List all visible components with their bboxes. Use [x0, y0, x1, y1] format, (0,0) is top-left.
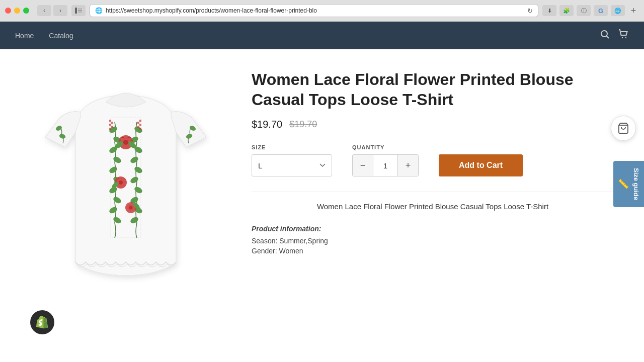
- nav-catalog-link[interactable]: Catalog: [49, 32, 73, 40]
- svg-rect-46: [109, 120, 111, 122]
- svg-point-31: [123, 140, 128, 145]
- browser-chrome: ‹ › 🌐 https://sweetshop.myshopify.com/pr…: [0, 0, 644, 22]
- nav-home-link[interactable]: Home: [15, 32, 34, 40]
- minimize-window-button[interactable]: [14, 8, 20, 14]
- product-details: Women Lace Floral Flower Printed Blouse …: [252, 64, 614, 348]
- size-option-group: SIZE L XS S M XL XXL: [252, 144, 332, 176]
- svg-rect-2: [78, 10, 82, 11]
- traffic-lights: [5, 8, 29, 14]
- svg-point-4: [601, 31, 607, 37]
- product-title: Women Lace Floral Flower Printed Blouse …: [252, 69, 614, 110]
- info-button[interactable]: ⓘ: [577, 5, 591, 16]
- add-to-cart-button[interactable]: Add to Cart: [439, 154, 523, 176]
- close-window-button[interactable]: [5, 8, 11, 14]
- extensions-button[interactable]: 🧩: [559, 5, 574, 16]
- current-price: $19.70: [252, 119, 282, 130]
- product-description: Women Lace Floral Flower Printed Blouse …: [252, 192, 614, 255]
- extension-1-button[interactable]: G: [594, 5, 608, 16]
- svg-rect-0: [75, 8, 77, 14]
- size-guide-tab[interactable]: Size guide 📏: [613, 161, 644, 207]
- season-info: Season: Summer,Spring: [252, 237, 614, 245]
- ruler-icon: 📏: [617, 178, 628, 190]
- extension-2-button[interactable]: 🌐: [611, 5, 625, 16]
- description-title: Women Lace Floral Flower Printed Blouse …: [252, 202, 614, 211]
- forward-button[interactable]: ›: [53, 5, 67, 16]
- svg-rect-51: [139, 120, 141, 122]
- price-area: $19.70 $19.70: [252, 119, 614, 130]
- browser-titlebar: ‹ › 🌐 https://sweetshop.myshopify.com/pr…: [0, 0, 644, 21]
- svg-rect-3: [78, 12, 82, 13]
- svg-point-40: [129, 206, 133, 210]
- size-guide-label: Size guide: [632, 168, 640, 200]
- maximize-window-button[interactable]: [23, 8, 29, 14]
- svg-rect-49: [111, 126, 113, 128]
- quantity-increase-button[interactable]: +: [398, 154, 418, 176]
- back-button[interactable]: ‹: [37, 5, 51, 16]
- product-image: [35, 64, 216, 286]
- shop-navigation: Home Catalog: [0, 22, 644, 49]
- cart-nav-button[interactable]: [618, 29, 629, 42]
- floating-cart-button[interactable]: [611, 116, 636, 141]
- svg-point-6: [622, 37, 623, 38]
- new-tab-button[interactable]: +: [628, 5, 639, 16]
- product-info-header: Product information:: [252, 225, 614, 233]
- nav-right-actions: [600, 29, 629, 42]
- quantity-value: 1: [373, 155, 398, 176]
- svg-rect-54: [137, 126, 139, 128]
- svg-rect-1: [78, 9, 82, 10]
- svg-rect-47: [111, 122, 113, 124]
- svg-rect-53: [139, 124, 141, 126]
- search-nav-button[interactable]: [600, 29, 610, 42]
- reload-button[interactable]: ↻: [527, 7, 533, 15]
- quantity-option-group: QUANTITY − 1 +: [352, 144, 419, 176]
- quantity-controls: − 1 +: [352, 154, 419, 176]
- nav-links: Home Catalog: [15, 32, 73, 40]
- globe-icon: 🌐: [95, 7, 103, 14]
- quantity-label: QUANTITY: [352, 144, 419, 150]
- svg-rect-55: [139, 128, 141, 130]
- main-content: Women Lace Floral Flower Printed Blouse …: [0, 49, 644, 362]
- size-label: SIZE: [252, 144, 332, 150]
- svg-rect-52: [137, 122, 139, 124]
- browser-nav-buttons: ‹ ›: [37, 5, 67, 16]
- options-row: SIZE L XS S M XL XXL QUANTITY − 1 +: [252, 144, 614, 176]
- address-bar[interactable]: 🌐 https://sweetshop.myshopify.com/produc…: [90, 4, 538, 17]
- svg-rect-50: [109, 128, 111, 130]
- url-text: https://sweetshop.myshopify.com/products…: [106, 7, 524, 14]
- svg-point-7: [625, 37, 626, 38]
- size-select[interactable]: L XS S M XL XXL: [252, 154, 332, 176]
- product-image-area: [30, 64, 221, 348]
- sidebar-toggle-button[interactable]: [71, 5, 86, 16]
- gender-info: Gender: Women: [252, 247, 614, 255]
- svg-line-5: [607, 36, 609, 39]
- download-button[interactable]: ⬇: [542, 5, 556, 16]
- quantity-decrease-button[interactable]: −: [353, 154, 373, 176]
- svg-point-36: [119, 180, 123, 185]
- shopify-badge[interactable]: [30, 310, 54, 334]
- svg-rect-48: [109, 124, 111, 126]
- original-price: $19.70: [289, 119, 317, 130]
- browser-actions: ⬇ 🧩 ⓘ G 🌐 +: [542, 5, 639, 16]
